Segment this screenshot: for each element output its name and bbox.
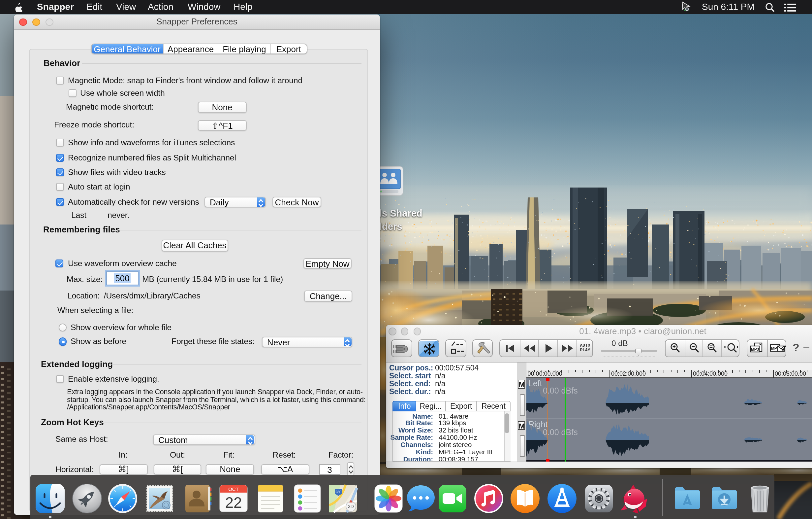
svg-text:22: 22 <box>225 494 241 511</box>
svg-text:280: 280 <box>336 490 341 494</box>
svg-text:OCT: OCT <box>228 486 238 492</box>
svg-text:MP3: MP3 <box>751 347 759 351</box>
svg-text:3D: 3D <box>348 503 354 509</box>
